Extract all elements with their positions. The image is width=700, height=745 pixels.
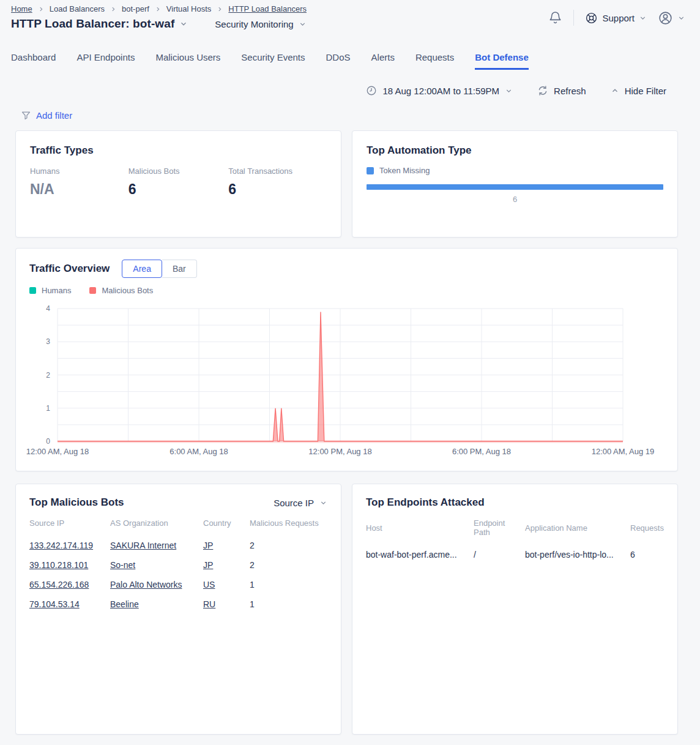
tab-requests[interactable]: Requests [415,52,454,70]
traffic-types-title: Traffic Types [30,144,327,157]
as-organization-link[interactable]: So-net [110,560,135,570]
column-header: Source IP [29,519,110,536]
tab-alerts[interactable]: Alerts [371,52,395,70]
refresh-button[interactable]: Refresh [537,85,586,96]
automation-bar[interactable] [367,184,663,190]
support-lifebuoy-icon [585,12,598,24]
traffic-types-metrics: Humans N/A Malicious Bots 6 Total Transa… [30,167,327,198]
support-menu[interactable]: Support [585,12,647,24]
chevron-right-icon [155,6,161,12]
add-filter-button[interactable]: Add filter [21,110,72,121]
filter-bar: 18 Aug 12:00AM to 11:59PM Refresh Hide F… [366,85,666,96]
legend-item-malicious-bots[interactable]: Malicious Bots [89,286,153,295]
title-row: HTTP Load Balancer: bot-waf Security Mon… [11,17,307,31]
tab-bar: Dashboard API Endpoints Malicious Users … [11,52,529,70]
tab-dashboard[interactable]: Dashboard [11,52,56,70]
view-toggle-area[interactable]: Area [122,260,162,278]
chevron-down-icon [677,14,685,22]
country-link[interactable]: JP [203,560,213,570]
country-link[interactable]: RU [203,599,215,609]
tab-malicious-users[interactable]: Malicious Users [155,52,220,70]
hide-filter-label: Hide Filter [625,86,666,96]
legend-swatch [89,287,96,294]
chart-view-toggle: Area Bar [122,260,196,278]
top-malicious-bots-header: Top Malicious Bots Source IP [29,496,327,509]
clock-icon [366,85,377,96]
date-range-picker[interactable]: 18 Aug 12:00AM to 11:59PM [366,85,513,96]
endpoint-path-value: / [474,550,476,560]
group-by-select[interactable]: Source IP [274,498,327,508]
breadcrumb-http-load-balancers[interactable]: HTTP Load Balancers [228,4,307,13]
add-filter-label: Add filter [36,110,72,121]
chevron-down-icon [319,499,327,507]
tab-security-events[interactable]: Security Events [241,52,305,70]
breadcrumb-bot-perf[interactable]: bot-perf [122,4,149,13]
legend-swatch [367,167,374,174]
metric-label: Humans [30,167,128,176]
as-organization-link[interactable]: Beeline [110,599,139,609]
breadcrumb-load-balancers[interactable]: Load Balancers [50,4,105,13]
tab-ddos[interactable]: DDoS [326,52,351,70]
account-menu[interactable] [658,10,685,26]
chevron-down-icon[interactable] [179,20,188,28]
support-label: Support [602,13,635,23]
notifications-bell-icon[interactable] [548,11,562,25]
malicious-requests-value: 2 [250,560,255,570]
column-header: Country [203,519,250,536]
tab-api-endpoints[interactable]: API Endpoints [76,52,135,70]
column-header: Host [366,519,474,545]
table-row: bot-waf-bot-perf.acme... / bot-perf/ves-… [366,545,664,564]
application-name-value: bot-perf/ves-io-http-lo... [525,550,614,560]
as-organization-link[interactable]: SAKURA Internet [110,541,176,550]
country-link[interactable]: US [203,580,215,590]
source-ip-link[interactable]: 133.242.174.119 [29,541,93,550]
monitoring-selector-label: Security Monitoring [215,19,293,29]
source-ip-link[interactable]: 39.110.218.101 [29,560,88,570]
legend-label: Humans [42,286,71,295]
source-ip-link[interactable]: 79.104.53.14 [29,599,80,609]
hide-filter-button[interactable]: Hide Filter [611,86,666,96]
page-title: HTTP Load Balancer: bot-waf [11,17,174,31]
view-toggle-bar[interactable]: Bar [162,260,197,278]
svg-text:12:00 AM, Aug 18: 12:00 AM, Aug 18 [26,447,89,456]
as-organization-link[interactable]: Palo Alto Networks [110,580,182,590]
automation-bar-value: 6 [367,195,663,204]
legend-label: Token Missing [379,166,430,175]
svg-text:12:00 PM, Aug 18: 12:00 PM, Aug 18 [308,447,371,456]
automation-legend: Token Missing [367,166,663,175]
malicious-requests-value: 1 [250,580,255,590]
table-row: 39.110.218.101 So-net JP 2 [29,555,327,575]
top-endpoints-title: Top Endpoints Attacked [366,496,485,509]
metric-total-transactions: Total Transactions 6 [228,167,327,198]
group-by-label: Source IP [274,498,314,508]
breadcrumb-virtual-hosts[interactable]: Virtual Hosts [166,4,211,13]
metric-value: 6 [128,181,229,198]
top-malicious-bots-card: Top Malicious Bots Source IP Source IP A… [15,484,341,735]
monitoring-selector[interactable]: Security Monitoring [215,19,306,29]
legend-label: Malicious Bots [102,286,153,295]
chevron-down-icon [639,14,647,22]
country-link[interactable]: JP [203,541,213,550]
svg-text:6:00 PM, Aug 18: 6:00 PM, Aug 18 [452,447,511,456]
header-actions: Support [548,10,685,26]
chevron-right-icon [217,6,223,12]
host-value: bot-waf-bot-perf.acme... [366,550,457,560]
tab-bot-defense[interactable]: Bot Defense [475,52,529,70]
traffic-overview-card: Traffic Overview Area Bar Humans Malicio… [15,248,678,471]
legend-item-humans[interactable]: Humans [29,286,71,295]
date-range-label: 18 Aug 12:00AM to 11:59PM [382,86,499,96]
malicious-requests-value: 2 [250,541,255,550]
breadcrumb-home[interactable]: Home [11,4,32,13]
malicious-requests-value: 1 [250,599,255,609]
metric-label: Malicious Bots [128,167,229,176]
traffic-overview-area-chart[interactable]: 0123412:00 AM, Aug 186:00 AM, Aug 1812:0… [16,301,679,467]
metric-malicious-bots: Malicious Bots 6 [128,167,229,198]
chevron-right-icon [38,6,44,12]
source-ip-link[interactable]: 65.154.226.168 [29,580,89,590]
column-header: Endpoint Path [474,519,525,545]
chevron-down-icon [299,20,307,28]
table-header-row: Host Endpoint Path Application Name Requ… [366,519,664,545]
svg-text:4: 4 [46,304,50,313]
metric-value: N/A [30,181,128,198]
chevron-up-icon [611,86,619,95]
